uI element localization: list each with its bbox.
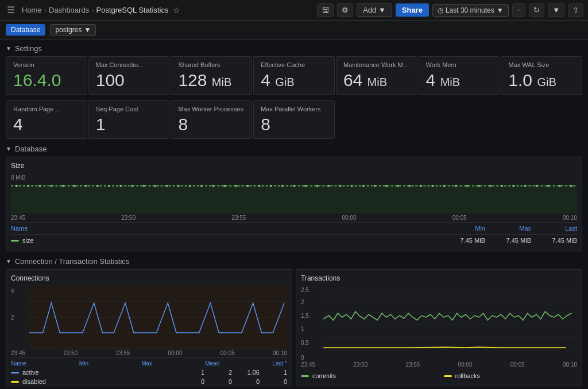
svg-point-23	[270, 185, 272, 187]
zoom-out-icon-btn[interactable]: −	[512, 3, 526, 17]
breadcrumb: Home › Dashboards › PostgreSQL Statistic…	[22, 6, 168, 14]
stat-card-effectivecache: Effective Cache 4 GiB	[253, 56, 335, 95]
svg-point-35	[408, 185, 411, 187]
svg-point-22	[258, 185, 261, 187]
filter-bar: Database postgres ▼	[0, 21, 588, 40]
stat-value: 8	[178, 115, 245, 134]
svg-point-43	[501, 185, 503, 187]
stat-label: Seq Page Cost	[96, 106, 163, 112]
nav-right: 🖫 ⚙ Add ▼ Share ◷ Last 30 minutes ▼ − ↻ …	[317, 3, 583, 17]
size-series-dot	[11, 240, 19, 242]
stat-card-sharedbuf: Shared Buffers 128 MiB	[171, 56, 252, 95]
stat-card-workmem: Work Mem 4 MiB	[419, 56, 500, 95]
svg-point-2	[27, 185, 29, 187]
database-chevron-icon: ▼	[6, 146, 11, 152]
svg-point-20	[235, 185, 237, 187]
stat-card-maxwal: Max WAL Size 1.0 GiB	[501, 56, 582, 95]
svg-point-30	[351, 185, 353, 187]
svg-point-21	[246, 185, 249, 187]
share-button[interactable]: Share	[396, 3, 429, 17]
star-icon[interactable]: ☆	[173, 6, 180, 15]
conn-section-header[interactable]: ▼ Connection / Transaction Statistics	[6, 257, 582, 266]
stat-value: 1.0 GiB	[508, 71, 575, 90]
svg-point-47	[547, 185, 550, 187]
conn-legend-header: Name Min Max Mean Last *	[11, 357, 287, 368]
txn-legend-row: commits rollbacks	[301, 371, 577, 380]
conn-y4: 4	[11, 288, 14, 294]
connections-chart: 4 2	[11, 286, 287, 349]
stat-card-maxworkerproc: Max Worker Processes 8	[171, 100, 252, 139]
expand-icon-btn[interactable]: ⇧	[568, 3, 583, 17]
svg-point-25	[293, 185, 295, 187]
stat-label: Work Mem	[426, 61, 493, 68]
svg-point-34	[397, 185, 399, 187]
hamburger-icon[interactable]: ☰	[5, 2, 17, 18]
stat-label: Effective Cache	[261, 61, 327, 68]
svg-point-26	[304, 185, 307, 187]
chevron-down-icon: ▼	[84, 26, 91, 34]
stat-value: 8	[261, 115, 327, 134]
size-chart-panel: Size 8 MiB	[6, 157, 582, 251]
conn-chevron-icon: ▼	[6, 258, 11, 264]
rollbacks-series-name: rollbacks	[455, 372, 480, 379]
size-chart-x-labels: 23:45 23:50 23:55 00:00 00:05 00:10	[11, 213, 577, 222]
svg-rect-55	[323, 286, 577, 360]
svg-point-13	[154, 185, 157, 187]
stat-label: Max WAL Size	[508, 61, 575, 68]
connections-panel: Connections 4 2 23:45	[6, 269, 292, 387]
svg-point-8	[96, 185, 99, 187]
time-range-picker[interactable]: ◷ Last 30 minutes ▼	[432, 4, 509, 17]
svg-point-5	[62, 185, 64, 187]
svg-point-1	[16, 185, 18, 187]
stat-value: 128 MiB	[178, 71, 245, 90]
svg-point-31	[362, 185, 365, 187]
database-section-header[interactable]: ▼ Database	[6, 145, 582, 153]
stat-label: Maintenance Work Mem	[343, 61, 410, 68]
disabled-series-name: disabled	[22, 378, 46, 385]
svg-point-19	[223, 185, 226, 187]
clock-icon: ◷	[438, 6, 443, 14]
svg-point-7	[85, 185, 87, 187]
conn-x-labels: 23:45 23:50 23:55 00:00 00:05 00:10	[11, 349, 287, 357]
conn-grid: Connections 4 2 23:45	[6, 269, 582, 387]
stat-label: Version	[13, 61, 80, 68]
conn-y2: 2	[11, 314, 14, 321]
save-icon-btn[interactable]: 🖫	[317, 3, 334, 17]
stat-value: 4	[13, 115, 80, 134]
disabled-mean: 0	[232, 378, 260, 385]
svg-point-28	[327, 185, 330, 187]
svg-point-39	[455, 185, 457, 187]
svg-point-33	[385, 185, 388, 187]
stat-card-version: Version 16.4.0	[6, 56, 87, 95]
svg-point-27	[316, 185, 318, 187]
size-last: 7.45 MiB	[543, 237, 577, 244]
settings-icon-btn[interactable]: ⚙	[337, 3, 353, 17]
svg-point-4	[50, 185, 52, 187]
svg-point-44	[512, 185, 514, 187]
svg-point-45	[524, 185, 526, 187]
database-section-title: Database	[15, 145, 47, 153]
svg-point-42	[489, 185, 492, 187]
active-min: 1	[177, 369, 204, 376]
breadcrumb-home[interactable]: Home	[22, 6, 42, 14]
top-nav: ☰ Home › Dashboards › PostgreSQL Statist…	[0, 0, 588, 21]
breadcrumb-page: PostgreSQL Statistics	[96, 6, 168, 14]
postgres-filter-dropdown[interactable]: postgres ▼	[50, 24, 96, 36]
transactions-panel: Transactions 2.5 2 1.5 1 0.5 0	[296, 269, 582, 387]
main-content: ▼ Settings Version 16.4.0 Max Connectio.…	[0, 40, 588, 387]
more-icon-btn[interactable]: ▼	[548, 3, 564, 17]
settings-section-header[interactable]: ▼ Settings	[6, 44, 582, 53]
transactions-title: Transactions	[301, 274, 577, 282]
add-button[interactable]: Add ▼	[357, 3, 392, 17]
svg-point-41	[478, 185, 480, 187]
stat-card-maxconn: Max Connectio... 100	[88, 56, 170, 95]
disabled-max: 0	[204, 378, 232, 385]
conn-disabled-row: disabled 0 0 0 0	[11, 377, 287, 386]
svg-point-6	[74, 185, 76, 187]
svg-point-40	[466, 185, 469, 187]
refresh-icon-btn[interactable]: ↻	[529, 3, 544, 17]
stat-value: 1	[96, 115, 163, 134]
breadcrumb-dashboards[interactable]: Dashboards	[49, 6, 89, 14]
commits-series-dot	[301, 375, 309, 377]
database-filter-tag[interactable]: Database	[6, 24, 45, 36]
